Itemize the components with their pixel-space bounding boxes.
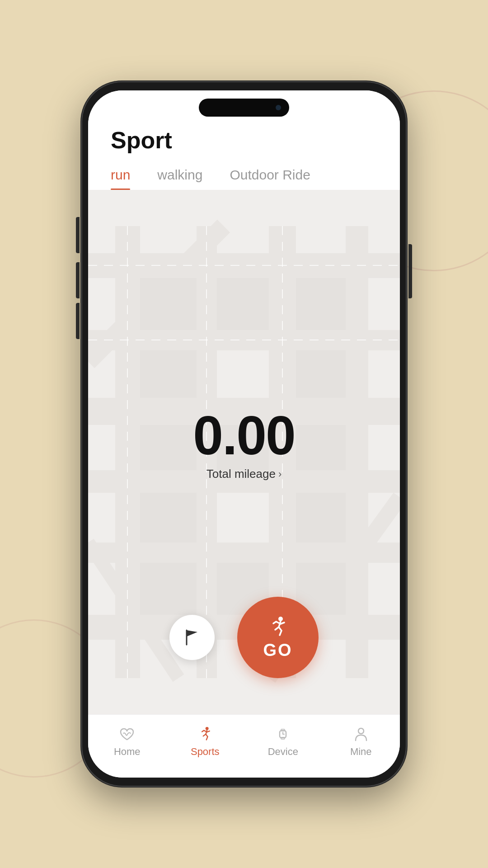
map-area: 0.00 Total mileage ›: [88, 190, 400, 714]
phone-screen: Sport run walking Outdoor Ride: [88, 90, 400, 778]
phone-frame: Sport run walking Outdoor Ride: [81, 81, 407, 787]
action-buttons: GO: [169, 597, 319, 678]
go-button-label: GO: [263, 641, 292, 660]
svg-rect-12: [217, 278, 269, 330]
tab-outdoor-ride[interactable]: Outdoor Ride: [230, 167, 310, 190]
flag-icon: [182, 627, 202, 647]
page-title: Sport: [111, 127, 377, 154]
mileage-value: 0.00: [193, 408, 295, 462]
tab-run[interactable]: run: [111, 167, 130, 190]
heart-icon: [119, 726, 135, 742]
tab-bar: run walking Outdoor Ride: [88, 163, 400, 190]
mileage-overlay: 0.00 Total mileage ›: [193, 408, 295, 481]
person-icon: [353, 726, 369, 742]
mileage-label[interactable]: Total mileage ›: [193, 467, 295, 481]
running-icon: [266, 615, 290, 639]
nav-label-sports: Sports: [191, 746, 220, 758]
nav-item-mine[interactable]: Mine: [334, 726, 388, 758]
flag-button[interactable]: [169, 615, 215, 660]
tab-walking[interactable]: walking: [157, 167, 202, 190]
svg-rect-16: [140, 425, 197, 470]
svg-rect-13: [296, 278, 346, 330]
svg-point-36: [358, 728, 364, 734]
svg-rect-20: [296, 493, 346, 542]
go-button[interactable]: GO: [237, 597, 319, 678]
nav-label-home: Home: [114, 746, 141, 758]
chevron-right-icon: ›: [278, 468, 282, 480]
bottom-nav: Home Sports: [88, 714, 400, 778]
nav-item-sports[interactable]: Sports: [178, 726, 232, 758]
svg-rect-11: [140, 278, 197, 330]
nav-item-home[interactable]: Home: [100, 726, 154, 758]
watch-icon: [275, 726, 291, 742]
camera-dot: [276, 105, 281, 110]
sports-run-icon: [197, 726, 213, 742]
svg-rect-14: [140, 350, 197, 398]
svg-rect-18: [296, 425, 346, 470]
nav-label-mine: Mine: [350, 746, 372, 758]
svg-rect-10: [346, 226, 368, 678]
svg-rect-15: [296, 350, 346, 398]
nav-label-device: Device: [268, 746, 298, 758]
dynamic-island: [199, 99, 289, 117]
nav-item-device[interactable]: Device: [256, 726, 310, 758]
svg-rect-19: [140, 493, 197, 542]
